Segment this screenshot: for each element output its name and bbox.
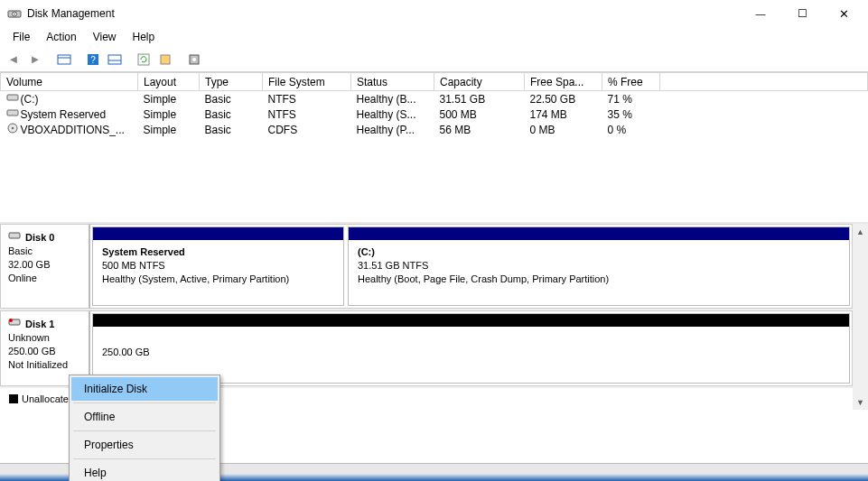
minimize-button[interactable] xyxy=(740,0,781,27)
refresh-button[interactable] xyxy=(134,50,154,69)
window-title: Disk Management xyxy=(27,7,740,20)
partition-size: 500 MB NTFS xyxy=(102,260,165,271)
volume-list: Volume Layout Type File System Status Ca… xyxy=(0,72,868,224)
partition-size: 31.51 GB NTFS xyxy=(358,260,428,271)
partition[interactable]: (C:) 31.51 GB NTFS Healthy (Boot, Page F… xyxy=(348,227,850,306)
menu-bar: File Action View Help xyxy=(0,27,868,47)
col-freespace[interactable]: Free Spa... xyxy=(525,73,602,91)
menu-properties[interactable]: Properties xyxy=(71,433,218,457)
col-status[interactable]: Status xyxy=(351,73,434,91)
back-button[interactable]: ◄ xyxy=(4,50,23,69)
maximize-button[interactable] xyxy=(781,0,823,27)
disk-warning-icon xyxy=(8,319,23,329)
scroll-up-arrow[interactable]: ▲ xyxy=(853,224,868,239)
disk-state: Online xyxy=(8,273,37,283)
partition-status: Healthy (Boot, Page File, Crash Dump, Pr… xyxy=(358,273,609,284)
disk-name: Disk 0 xyxy=(25,232,54,243)
disk-size: 250.00 GB xyxy=(8,346,56,356)
svg-rect-7 xyxy=(108,55,121,64)
menu-action[interactable]: Action xyxy=(39,29,83,45)
svg-point-19 xyxy=(9,319,13,322)
disk-kind: Basic xyxy=(8,245,33,256)
menu-initialize-disk[interactable]: Initialize Disk xyxy=(71,377,218,401)
menu-view[interactable]: View xyxy=(86,29,124,45)
volume-name: VBOXADDITIONS_... xyxy=(21,124,125,136)
menu-help[interactable]: Help xyxy=(126,29,163,45)
scrollbar[interactable]: ▲ ▼ xyxy=(853,224,868,410)
col-volume[interactable]: Volume xyxy=(1,73,138,91)
volume-name: System Reserved xyxy=(21,108,107,121)
disk-state: Not Initialized xyxy=(8,358,81,372)
svg-rect-17 xyxy=(9,233,20,238)
svg-rect-13 xyxy=(7,95,18,100)
partition-name: (C:) xyxy=(358,246,375,257)
volume-row[interactable]: VBOXADDITIONS_... Simple Basic CDFS Heal… xyxy=(1,122,868,137)
col-layout[interactable]: Layout xyxy=(138,73,200,91)
menu-help[interactable]: Help xyxy=(71,461,218,481)
svg-text:?: ? xyxy=(90,55,96,65)
legend-swatch-unallocated xyxy=(9,394,18,403)
col-type[interactable]: Type xyxy=(200,73,263,91)
unallocated-partition[interactable]: 250.00 GB xyxy=(92,313,850,384)
disk-row: Disk 0 Basic 32.00 GB Online System Rese… xyxy=(0,224,853,310)
col-filesystem[interactable]: File System xyxy=(263,73,351,91)
views-button[interactable] xyxy=(54,50,74,69)
volume-row[interactable]: (C:) Simple Basic NTFS Healthy (B... 31.… xyxy=(1,91,868,107)
menu-file[interactable]: File xyxy=(5,29,37,45)
title-bar: Disk Management xyxy=(0,0,868,27)
col-pctfree[interactable]: % Free xyxy=(602,73,660,91)
partition[interactable]: System Reserved 500 MB NTFS Healthy (Sys… xyxy=(92,227,344,306)
menu-offline[interactable]: Offline xyxy=(71,405,218,429)
svg-point-16 xyxy=(11,127,13,129)
partition-size: 250.00 GB xyxy=(102,347,150,357)
properties-button[interactable] xyxy=(184,50,204,69)
legend-label: Unallocated xyxy=(22,393,74,404)
volume-row[interactable]: System Reserved Simple Basic NTFS Health… xyxy=(1,106,868,122)
toolbar: ◄ ► ? xyxy=(0,47,868,72)
close-button[interactable] xyxy=(823,0,864,27)
svg-point-2 xyxy=(14,14,15,15)
col-spacer xyxy=(660,73,868,91)
help-button[interactable]: ? xyxy=(83,50,103,69)
svg-rect-10 xyxy=(161,55,170,64)
context-menu: Initialize Disk Offline Properties Help xyxy=(69,375,220,481)
disk-kind: Unknown xyxy=(8,332,50,343)
svg-rect-3 xyxy=(58,55,70,64)
volume-name: (C:) xyxy=(21,93,39,106)
disk-size: 32.00 GB xyxy=(8,259,50,270)
disk-mgmt-icon xyxy=(7,6,22,21)
settings-button[interactable] xyxy=(155,50,175,69)
drive-icon xyxy=(6,92,19,106)
drive-icon xyxy=(6,107,19,121)
partition-name: System Reserved xyxy=(102,246,185,257)
svg-point-12 xyxy=(192,58,196,61)
disk-label[interactable]: Disk 0 Basic 32.00 GB Online xyxy=(0,224,90,309)
disk-name: Disk 1 xyxy=(25,319,54,329)
disk-icon xyxy=(8,232,23,243)
svg-rect-14 xyxy=(7,110,18,116)
layout-button[interactable] xyxy=(105,50,125,69)
scroll-down-arrow[interactable]: ▼ xyxy=(853,394,868,410)
col-capacity[interactable]: Capacity xyxy=(434,73,525,91)
svg-rect-9 xyxy=(138,54,149,65)
forward-button[interactable]: ► xyxy=(25,50,45,69)
partition-status: Healthy (System, Active, Primary Partiti… xyxy=(102,273,289,284)
disc-icon xyxy=(6,123,19,136)
